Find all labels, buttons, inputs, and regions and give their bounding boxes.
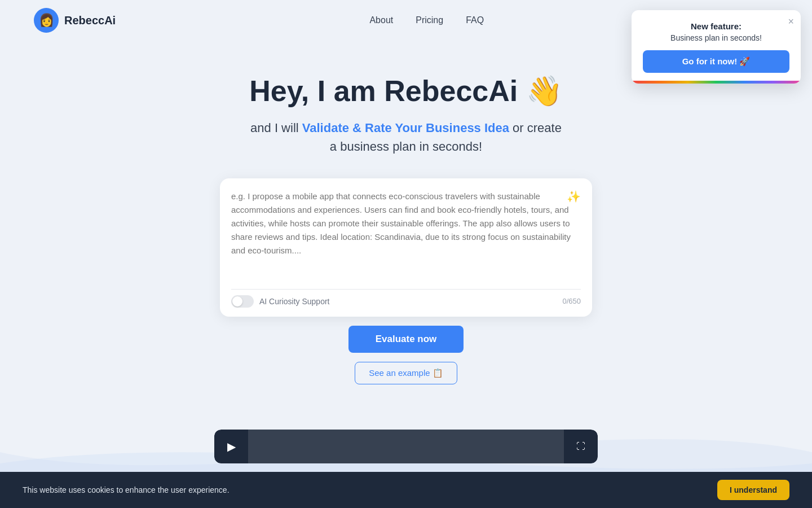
feature-popup: × New feature: Business plan in seconds!… — [632, 10, 801, 84]
toggle-wrap: AI Curiosity Support — [231, 295, 330, 308]
evaluate-button[interactable]: Evaluate now — [348, 326, 464, 353]
logo-avatar: 👩 — [34, 8, 59, 33]
popup-subtitle: Business plan in seconds! — [643, 33, 789, 42]
char-count: 0/650 — [562, 297, 581, 305]
fullscreen-icon: ⛶ — [576, 441, 585, 452]
play-icon: ▶ — [227, 440, 236, 453]
hero-subtitle: and I will Validate & Rate Your Business… — [11, 119, 801, 156]
video-bar: ▶ ⛶ — [214, 430, 598, 463]
nav-link-about[interactable]: About — [369, 15, 393, 25]
popup-title: New feature: — [643, 21, 789, 31]
nav-link-faq[interactable]: FAQ — [466, 15, 484, 25]
magic-icon: ✨ — [567, 190, 581, 203]
cookie-text: This website uses cookies to enhance the… — [23, 485, 230, 494]
cookie-accept-button[interactable]: I understand — [717, 480, 789, 500]
nav-link-pricing[interactable]: Pricing — [416, 15, 443, 25]
cookie-bar: This website uses cookies to enhance the… — [0, 472, 812, 508]
video-play-left[interactable]: ▶ — [214, 430, 248, 463]
subtitle-line2: a business plan in seconds! — [330, 139, 482, 154]
card-footer: AI Curiosity Support 0/650 — [220, 290, 592, 317]
logo[interactable]: 👩 RebeccAi — [34, 8, 116, 33]
popup-rainbow-bar — [632, 81, 801, 84]
hero-section: Hey, I am RebeccAi 👋 and I will Validate… — [0, 41, 812, 486]
ai-curiosity-toggle[interactable] — [231, 295, 254, 308]
subtitle-highlight: Validate & Rate Your Business Idea — [302, 121, 509, 135]
nav-links: About Pricing FAQ — [369, 15, 484, 25]
idea-textarea[interactable] — [231, 190, 581, 280]
popup-close-button[interactable]: × — [788, 16, 794, 28]
toggle-label: AI Curiosity Support — [259, 297, 330, 306]
subtitle-before: and I will — [250, 121, 302, 135]
textarea-wrap: ✨ — [220, 178, 592, 282]
subtitle-after: or create — [509, 121, 562, 135]
popup-cta-button[interactable]: Go for it now! 🚀 — [643, 50, 789, 73]
magic-icon-button[interactable]: ✨ — [567, 190, 581, 203]
example-label: See an example 📋 — [369, 368, 443, 378]
example-button-wrap: See an example 📋 — [11, 362, 801, 407]
video-progress — [248, 430, 564, 463]
video-controls-right[interactable]: ⛶ — [564, 430, 598, 463]
see-example-button[interactable]: See an example 📋 — [355, 362, 457, 384]
idea-input-card: ✨ AI Curiosity Support 0/650 — [220, 178, 592, 317]
logo-text: RebeccAi — [64, 14, 116, 27]
